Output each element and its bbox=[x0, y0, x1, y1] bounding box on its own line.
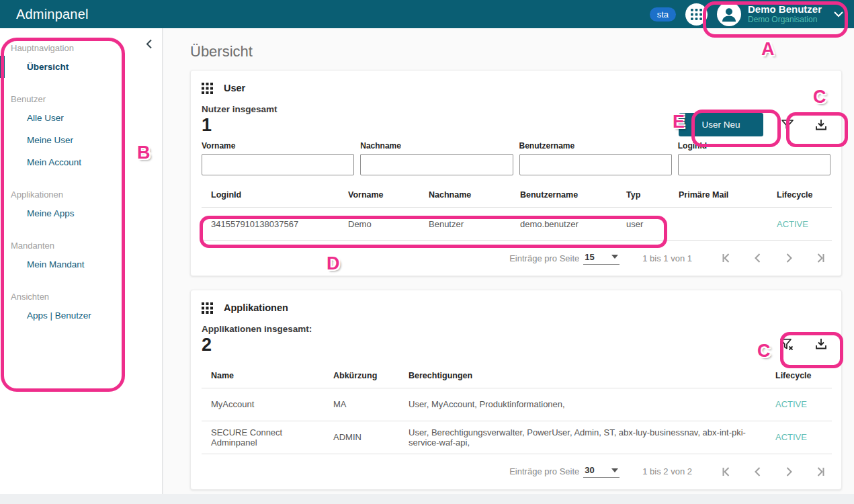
col-nachname: Nachname bbox=[425, 186, 516, 208]
previous-page-button[interactable] bbox=[750, 464, 766, 480]
table-row[interactable]: 341557910138037567 Demo Benutzer demo.be… bbox=[202, 208, 832, 241]
col-lifecycle: Lifecycle bbox=[773, 186, 832, 208]
col-name: Name bbox=[202, 367, 329, 388]
status-badge: ACTIVE bbox=[773, 208, 832, 241]
user-card: User Nutzer insgesamt 1 User Neu bbox=[190, 70, 842, 276]
grid-icon bbox=[202, 302, 213, 314]
page-size-select[interactable]: 15 bbox=[583, 252, 620, 265]
nav-section-benutzer: Benutzer bbox=[0, 94, 162, 104]
col-loginid: LoginId bbox=[202, 186, 344, 208]
first-page-icon bbox=[720, 465, 734, 478]
first-page-button[interactable] bbox=[719, 250, 735, 266]
app-launcher-button[interactable] bbox=[685, 3, 708, 26]
last-page-icon bbox=[813, 251, 826, 265]
chevron-right-icon bbox=[782, 465, 796, 478]
filter-remove-icon bbox=[778, 336, 796, 352]
filter-icon bbox=[779, 117, 796, 133]
pagination-range: 1 bis 1 von 1 bbox=[642, 253, 692, 263]
table-row[interactable]: SECURE Connect Adminpanel ADMIN User, Be… bbox=[202, 421, 832, 454]
vorname-input[interactable] bbox=[202, 154, 354, 175]
avatar bbox=[717, 2, 741, 26]
filter-button[interactable] bbox=[778, 116, 797, 134]
app-header: Adminpanel sta bbox=[0, 0, 854, 28]
page-title: Übersicht bbox=[190, 43, 842, 60]
page-size-select[interactable]: 30 bbox=[583, 465, 620, 478]
next-page-button[interactable] bbox=[781, 464, 797, 480]
filter-label-vorname: Vorname bbox=[202, 141, 354, 151]
chevron-left-icon bbox=[146, 39, 153, 49]
nachname-input[interactable] bbox=[360, 154, 513, 175]
chevron-left-icon bbox=[751, 465, 765, 478]
benutzername-input[interactable] bbox=[519, 154, 672, 175]
nav-section-applikationen: Applikationen bbox=[0, 190, 162, 200]
col-typ: Typ bbox=[622, 186, 675, 208]
chevron-down-icon bbox=[834, 11, 843, 17]
col-vorname: Vorname bbox=[344, 186, 425, 208]
user-organisation: Demo Organisation bbox=[748, 15, 822, 25]
filter-label-loginid: LoginId bbox=[678, 141, 830, 151]
pagination-range: 1 bis 2 von 2 bbox=[642, 466, 692, 476]
table-row[interactable]: MyAccount MA User, MyAccount, Produktinf… bbox=[202, 388, 832, 421]
nav-section-ansichten: Ansichten bbox=[0, 292, 162, 302]
status-badge: ACTIVE bbox=[771, 388, 832, 421]
applications-pagination: Einträge pro Seite 30 1 bis 2 von 2 bbox=[202, 454, 830, 489]
sidebar-item-uebersicht[interactable]: Übersicht bbox=[0, 56, 162, 78]
sidebar-item-alle-user[interactable]: Alle User bbox=[0, 107, 162, 129]
page-size-label: Einträge pro Seite bbox=[509, 466, 579, 476]
previous-page-button[interactable] bbox=[750, 250, 766, 266]
sidebar-item-mein-mandant[interactable]: Mein Mandant bbox=[0, 253, 162, 276]
sidebar-item-meine-user[interactable]: Meine User bbox=[0, 129, 162, 151]
nav-section-mandanten: Mandanten bbox=[0, 241, 162, 251]
first-page-button[interactable] bbox=[719, 464, 735, 480]
col-benutzername: Benutzername bbox=[516, 186, 622, 208]
sidebar-item-apps-benutzer[interactable]: Apps | Benutzer bbox=[0, 304, 162, 327]
user-neu-button[interactable]: User Neu bbox=[679, 113, 763, 136]
sidebar: Hauptnavigation Übersicht Benutzer Alle … bbox=[0, 28, 163, 494]
dropdown-caret-icon bbox=[611, 468, 618, 472]
filter-label-nachname: Nachname bbox=[360, 141, 513, 151]
first-page-icon bbox=[720, 251, 734, 265]
environment-badge: sta bbox=[650, 7, 676, 22]
sidebar-item-mein-account[interactable]: Mein Account bbox=[0, 151, 162, 173]
download-icon bbox=[813, 117, 829, 133]
dropdown-caret-icon bbox=[611, 255, 618, 259]
next-page-button[interactable] bbox=[781, 250, 797, 266]
applications-card-title: Applikationen bbox=[224, 302, 288, 313]
applications-total-label: Applikationen insgesamt: bbox=[202, 324, 830, 334]
last-page-button[interactable] bbox=[812, 250, 828, 266]
col-abkuerzung: Abkürzung bbox=[329, 367, 404, 388]
col-lifecycle: Lifecycle bbox=[771, 367, 832, 388]
last-page-icon bbox=[813, 465, 826, 478]
user-table: LoginId Vorname Nachname Benutzername Ty… bbox=[202, 186, 832, 241]
sidebar-collapse-button[interactable] bbox=[146, 39, 153, 49]
grid-icon bbox=[202, 83, 213, 94]
user-name: Demo Benutzer bbox=[748, 3, 822, 15]
sidebar-item-meine-apps[interactable]: Meine Apps bbox=[0, 202, 162, 224]
user-texts: Demo Benutzer Demo Organisation bbox=[748, 3, 822, 24]
col-primaere-mail: Primäre Mail bbox=[675, 186, 773, 208]
applications-card: Applikationen Applikationen insgesamt: 2 bbox=[190, 290, 842, 489]
col-berechtigungen: Berechtigungen bbox=[404, 367, 771, 388]
download-button[interactable] bbox=[812, 116, 830, 134]
loginid-input[interactable] bbox=[678, 154, 830, 175]
user-menu[interactable]: Demo Benutzer Demo Organisation bbox=[717, 2, 847, 26]
person-icon bbox=[719, 4, 739, 24]
header-right: sta bbox=[650, 0, 847, 28]
download-button[interactable] bbox=[812, 335, 830, 353]
applications-table: Name Abkürzung Berechtigungen Lifecycle … bbox=[202, 367, 832, 454]
status-badge: ACTIVE bbox=[771, 421, 832, 454]
last-page-button[interactable] bbox=[812, 464, 828, 480]
user-pagination: Einträge pro Seite 15 1 bis 1 von 1 bbox=[202, 241, 830, 276]
user-card-title: User bbox=[224, 83, 245, 93]
nav-section-hauptnavigation: Hauptnavigation bbox=[0, 43, 162, 53]
app-title: Adminpanel bbox=[16, 7, 89, 22]
filter-clear-button[interactable] bbox=[777, 335, 797, 353]
chevron-right-icon bbox=[782, 251, 796, 265]
main-content: Übersicht User Nutzer insgesamt 1 User N… bbox=[163, 28, 854, 494]
apps-grid-icon bbox=[691, 9, 702, 20]
filter-label-benutzername: Benutzername bbox=[519, 141, 672, 151]
chevron-left-icon bbox=[751, 251, 765, 265]
page-size-label: Einträge pro Seite bbox=[509, 253, 579, 263]
applications-total-value: 2 bbox=[202, 334, 830, 355]
download-icon bbox=[813, 336, 829, 352]
